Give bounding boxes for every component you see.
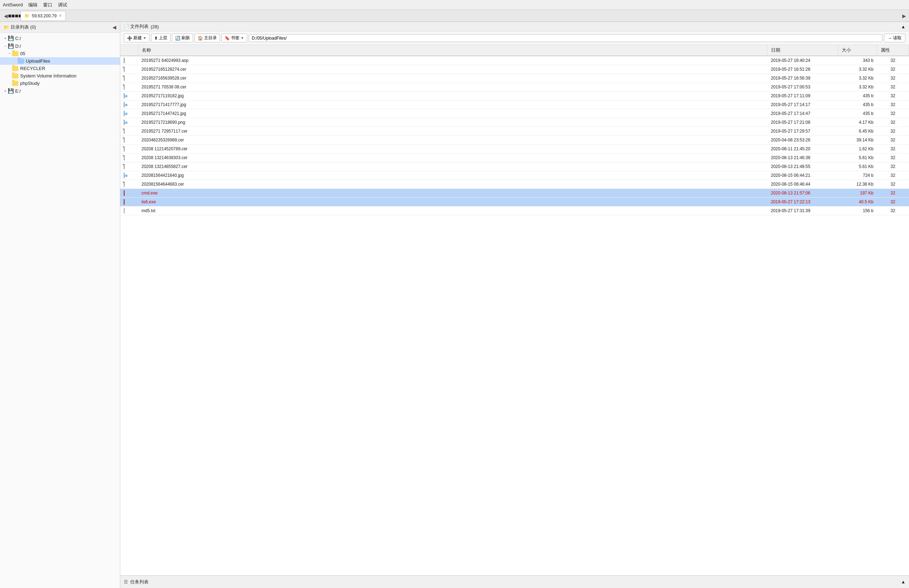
col-name-header[interactable]: 名称 <box>138 45 768 56</box>
table-row[interactable]: 20195271 70538 08.cer2019-05-27 17:00:53… <box>120 83 909 92</box>
file-attr-cell: 32 <box>877 136 909 145</box>
bookmark-btn[interactable]: 🔖 书签 ▼ <box>222 34 247 42</box>
tree-toggle-recycler[interactable] <box>7 66 12 70</box>
file-date-cell: 2019-05-27 17:11:09 <box>768 92 838 100</box>
file-size-cell: 5.61 Kb <box>838 153 877 162</box>
right-panel-count: (28) <box>151 24 159 29</box>
file-table-container: 名称 日期 大小 属性 20195271 64024993.asp2019-05… <box>120 45 909 575</box>
file-name-cell[interactable]: 201952717119182.jpg <box>138 92 768 100</box>
table-row[interactable]: 20195271 72957117.cer2019-05-27 17:29:57… <box>120 127 909 136</box>
table-row[interactable]: 2019527165128274.cer2019-05-27 16:51:283… <box>120 65 909 74</box>
table-row[interactable]: 20208 11214520789.cer2020-08-11 21:45:20… <box>120 145 909 153</box>
tree-toggle-d[interactable]: − <box>3 44 8 48</box>
tree-toggle-e[interactable]: + <box>3 89 8 93</box>
right-panel-collapse-btn[interactable]: ▲ <box>901 24 906 29</box>
file-name-cell[interactable]: 20208 13214855827.cer <box>138 162 768 171</box>
file-name-cell[interactable]: iis6.exe <box>138 198 768 207</box>
path-input[interactable] <box>249 34 883 42</box>
tree-item-05[interactable]: − 05 <box>0 50 120 57</box>
new-btn[interactable]: ➕ 新建 ▼ <box>124 34 150 42</box>
menu-debug[interactable]: 调试 <box>58 2 67 8</box>
left-panel-collapse-btn[interactable]: ◀ <box>112 24 116 30</box>
tree-item-sysvolinfo[interactable]: System Volume Information <box>0 72 120 79</box>
file-name-cell[interactable]: 20208 11214520789.cer <box>138 145 768 153</box>
tree-label-sysvolinfo: System Volume Information <box>20 73 76 79</box>
file-name-text: 20208 13214855827.cer <box>141 164 188 169</box>
file-icon-cell <box>120 92 138 100</box>
table-row[interactable]: 2019527165639528.cer2019-05-27 16:56:393… <box>120 74 909 83</box>
file-icon-cell <box>120 136 138 145</box>
tree-item-uploadfiles[interactable]: UploadFiles <box>0 57 120 65</box>
tree-label-05: 05 <box>20 51 25 56</box>
tabbar: ◀ ■■■■ 📁 59.63.200.79 ✕ ▶ <box>0 10 909 22</box>
col-attr-header[interactable]: 属性 <box>877 45 909 56</box>
generic-file-icon <box>124 155 125 160</box>
file-name-cell[interactable]: 20195271 70538 08.cer <box>138 83 768 92</box>
col-date-header[interactable]: 日期 <box>768 45 838 56</box>
tree-item-e[interactable]: + 💾 E:/ <box>0 87 120 95</box>
menu-window[interactable]: 窗口 <box>43 2 52 8</box>
tree-toggle-05[interactable]: − <box>7 52 12 55</box>
home-btn[interactable]: 🏠 主目录 <box>194 34 220 42</box>
file-name-cell[interactable]: 2019527165128274.cer <box>138 65 768 74</box>
file-name-cell[interactable]: 2019527171447421.jpg <box>138 109 768 118</box>
read-btn[interactable]: → 读取 <box>884 34 906 42</box>
drive-icon-e: 💾 <box>8 88 14 94</box>
tree-label-uploadfiles: UploadFiles <box>26 58 50 64</box>
drive-icon-d: 💾 <box>8 43 14 49</box>
tree-toggle-uploadfiles[interactable] <box>13 59 18 63</box>
file-name-text: 201952717218690.png <box>141 120 185 125</box>
tree-toggle-phpstudy[interactable] <box>7 81 12 85</box>
table-row[interactable]: cmd.exe2020-08-13 21:57:06197 Kb32 <box>120 189 909 198</box>
refresh-btn[interactable]: 🔄 刷新 <box>172 34 193 42</box>
tab-next-btn[interactable]: ▶ <box>901 12 907 20</box>
tree-toggle-sysvolinfo[interactable] <box>7 74 12 78</box>
tab-item[interactable]: 📁 59.63.200.79 ✕ <box>21 11 66 21</box>
tab-close-btn[interactable]: ✕ <box>59 13 62 18</box>
file-size-cell: 40.5 Kb <box>838 198 877 207</box>
table-row[interactable]: 20195271 64024993.asp2019-05-27 16:40:24… <box>120 56 909 65</box>
tree-item-phpstudy[interactable]: phpStudy <box>0 79 120 87</box>
file-name-text: 2019527171447421.jpg <box>141 111 186 116</box>
file-attr-cell: 32 <box>877 162 909 171</box>
table-row[interactable]: 2019527171417777.jpg2019-05-27 17:14:174… <box>120 100 909 109</box>
file-name-cell[interactable]: 20195271 72957117.cer <box>138 127 768 136</box>
file-name-cell[interactable]: 20208 13214638303.cer <box>138 153 768 162</box>
file-name-cell[interactable]: 2019527165639528.cer <box>138 74 768 83</box>
file-name-cell[interactable]: 201952717218690.png <box>138 118 768 127</box>
table-row[interactable]: 202081564421640.jpg2020-08-15 06:44:2172… <box>120 171 909 180</box>
tree-item-d[interactable]: − 💾 D:/ <box>0 42 120 50</box>
file-name-cell[interactable]: 20195271 64024993.asp <box>138 56 768 65</box>
bookmark-btn-arrow[interactable]: ▼ <box>241 36 244 40</box>
table-row[interactable]: iis6.exe2019-05-27 17:22:1340.5 Kb32 <box>120 198 909 207</box>
tree-item-recycler[interactable]: RECYCLER <box>0 65 120 72</box>
file-name-text: iis6.exe <box>141 199 156 204</box>
file-name-cell[interactable]: md5.txt <box>138 207 768 215</box>
file-name-cell[interactable]: 202048235326989.cer <box>138 136 768 145</box>
table-row[interactable]: 20208 13214638303.cer2020-08-13 21:46:38… <box>120 153 909 162</box>
col-size-header[interactable]: 大小 <box>838 45 877 56</box>
new-btn-arrow[interactable]: ▼ <box>143 36 146 40</box>
tree-toggle-c[interactable]: + <box>3 36 8 40</box>
menu-edit[interactable]: 编辑 <box>28 2 37 8</box>
up-btn[interactable]: ⬆ 上层 <box>151 34 170 42</box>
file-name-cell[interactable]: 2019527171417777.jpg <box>138 100 768 109</box>
table-row[interactable]: 202081564644683.cer2020-08-15 06:46:4412… <box>120 180 909 189</box>
table-row[interactable]: 202048235326989.cer2020-04-08 23:53:2639… <box>120 136 909 145</box>
file-size-cell: 39.14 Kb <box>838 136 877 145</box>
tab-grid-btn[interactable]: ■■■■ <box>10 11 20 21</box>
table-row[interactable]: 201952717119182.jpg2019-05-27 17:11:0943… <box>120 92 909 100</box>
file-name-cell[interactable]: cmd.exe <box>138 189 768 198</box>
tree-item-c[interactable]: + 💾 C:/ <box>0 34 120 42</box>
table-row[interactable]: 20208 13214855827.cer2020-08-13 21:48:55… <box>120 162 909 171</box>
folder-icon-phpstudy <box>12 81 18 86</box>
file-name-cell[interactable]: 202081564644683.cer <box>138 180 768 189</box>
taskbar-collapse-btn[interactable]: ▲ <box>901 579 906 585</box>
file-attr-cell: 32 <box>877 153 909 162</box>
table-row[interactable]: md5.txt2019-05-27 17:31:39156 b32 <box>120 207 909 215</box>
file-name-cell[interactable]: 202081564421640.jpg <box>138 171 768 180</box>
menu-antsword[interactable]: AntSword <box>3 2 23 7</box>
generic-file-icon <box>124 66 125 72</box>
table-row[interactable]: 201952717218690.png2019-05-27 17:21:084.… <box>120 118 909 127</box>
table-row[interactable]: 2019527171447421.jpg2019-05-27 17:14:474… <box>120 109 909 118</box>
